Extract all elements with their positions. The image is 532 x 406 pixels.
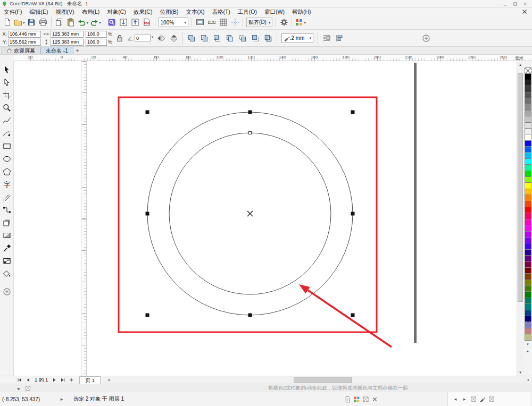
scale-x-field[interactable]: [86, 31, 107, 38]
object-height-field[interactable]: [51, 39, 84, 46]
scrollbar-track[interactable]: [517, 68, 523, 369]
lock-ratio-button[interactable]: [114, 33, 125, 44]
red-rectangle[interactable]: [119, 97, 377, 332]
close-x-icon[interactable]: [371, 396, 378, 403]
menu-item[interactable]: 位图(B): [156, 8, 182, 15]
color-eyedropper-tool[interactable]: [1, 242, 13, 255]
chevron-down-icon[interactable]: ▾: [185, 21, 187, 24]
show-grid-button[interactable]: [218, 16, 229, 28]
snap-to-combo[interactable]: 贴齐(D)▾: [246, 18, 272, 27]
scrollbar-track[interactable]: [112, 376, 525, 384]
connector-tool[interactable]: [1, 204, 13, 216]
zoom-level-input[interactable]: [161, 19, 184, 26]
zoom-tool[interactable]: [1, 102, 13, 114]
chevron-down-icon[interactable]: ▾: [269, 21, 271, 24]
drop-shadow-tool[interactable]: [1, 216, 13, 229]
crop-tool[interactable]: [1, 89, 13, 102]
scroll-right-icon[interactable]: ▸: [525, 378, 532, 382]
menu-item[interactable]: 帮助(H): [288, 8, 315, 15]
scale-y-field[interactable]: [86, 39, 107, 46]
polygon-tool[interactable]: [1, 165, 13, 178]
weld-button[interactable]: [186, 33, 197, 44]
menu-item[interactable]: 视图(V): [52, 8, 78, 15]
wrap-text-button[interactable]: [321, 33, 332, 44]
status-expand-icon[interactable]: ▸: [57, 395, 66, 403]
ellipse-tool[interactable]: [1, 153, 13, 165]
vertical-scrollbar[interactable]: ▴ ▾: [517, 61, 523, 376]
create-boundary-button[interactable]: [263, 33, 273, 44]
show-rulers-button[interactable]: [206, 16, 217, 28]
show-guidelines-button[interactable]: [229, 16, 240, 28]
document-properties-icon[interactable]: [344, 396, 351, 403]
chevron-down-icon[interactable]: ▾: [23, 21, 25, 24]
undo-button[interactable]: ▾: [77, 16, 89, 28]
chevron-down-icon[interactable]: ▾: [87, 21, 89, 24]
application-launcher-button[interactable]: ▾: [294, 16, 306, 28]
copy-button[interactable]: [54, 16, 65, 28]
parallel-dimension-tool[interactable]: [1, 191, 13, 204]
text-tool[interactable]: 字: [1, 178, 13, 191]
rectangle-tool[interactable]: [1, 140, 13, 153]
color-swatch[interactable]: [525, 334, 531, 340]
x-position-field[interactable]: [8, 31, 41, 38]
scroll-down-icon[interactable]: ▾: [517, 369, 523, 376]
menu-item[interactable]: 布局(L): [78, 8, 103, 15]
minimize-button[interactable]: [500, 1, 510, 7]
scrollbar-thumb[interactable]: [518, 73, 523, 302]
object-width-field[interactable]: [51, 31, 84, 38]
canvas[interactable]: [14, 61, 517, 376]
color-settings-icon[interactable]: [353, 396, 360, 403]
mirror-horizontal-button[interactable]: [156, 33, 167, 44]
page-tab[interactable]: 页 1: [79, 376, 100, 384]
rotation-angle-field[interactable]: [135, 35, 151, 41]
customize-propbar-button[interactable]: [421, 33, 431, 44]
outline-width-input[interactable]: [290, 35, 309, 42]
mirror-vertical-button[interactable]: [169, 33, 179, 44]
chevron-down-icon[interactable]: ▾: [310, 36, 312, 40]
simplify-button[interactable]: [225, 33, 235, 44]
y-position-field[interactable]: [8, 39, 41, 46]
close-document-icon[interactable]: [520, 7, 529, 16]
smart-fill-tool[interactable]: [1, 267, 13, 280]
align-button[interactable]: [334, 33, 345, 44]
freehand-tool[interactable]: [1, 114, 13, 127]
chevron-down-icon[interactable]: ▾: [99, 21, 101, 24]
horizontal-scrollbar[interactable]: ◂ ▸: [105, 376, 532, 384]
open-folder-button[interactable]: ▾: [13, 16, 26, 28]
transparency-tool[interactable]: [1, 229, 13, 242]
print-button[interactable]: [38, 16, 49, 28]
menu-item[interactable]: 效果(C): [130, 8, 156, 15]
close-button[interactable]: [520, 1, 530, 7]
menu-item[interactable]: 窗口(W): [261, 8, 288, 15]
fullscreen-preview-button[interactable]: [194, 16, 205, 28]
last-page-button[interactable]: [59, 377, 66, 383]
new-document-tab-button[interactable]: +: [73, 47, 81, 54]
first-page-button[interactable]: [16, 377, 23, 383]
menu-item[interactable]: 对象(C): [103, 8, 130, 15]
scroll-left-icon[interactable]: ◂: [105, 378, 112, 382]
back-minus-front-button[interactable]: [250, 33, 261, 44]
curve-node[interactable]: [249, 132, 252, 134]
tab-untitled-document[interactable]: 未命名 -1: [40, 47, 73, 54]
scrollbar-thumb[interactable]: [294, 377, 352, 383]
export-button[interactable]: [130, 16, 141, 28]
tab-welcome-screen[interactable]: 欢迎屏幕: [1, 47, 40, 54]
panel-left-icon[interactable]: ◂: [452, 396, 459, 402]
maximize-button[interactable]: [510, 1, 520, 7]
palette-scroll-down-icon[interactable]: ▾: [527, 342, 529, 348]
menu-item[interactable]: 文本(X): [182, 8, 208, 15]
prev-page-button[interactable]: [24, 377, 32, 383]
interactive-fill-tool[interactable]: [1, 255, 13, 267]
import-button[interactable]: [118, 16, 129, 28]
palette-expand-icon[interactable]: ▸: [527, 349, 529, 354]
menu-item[interactable]: 编辑(E): [26, 8, 52, 15]
chevron-down-icon[interactable]: ▾: [304, 21, 306, 24]
publish-pdf-button[interactable]: PDF: [142, 16, 153, 28]
redo-button[interactable]: ▾: [89, 16, 102, 28]
add-page-button[interactable]: [68, 377, 75, 383]
intersect-button[interactable]: [212, 33, 222, 44]
menu-item[interactable]: 表格(T): [208, 8, 234, 15]
add-tool-button[interactable]: [1, 285, 13, 298]
save-button[interactable]: [26, 16, 37, 28]
horizontal-ruler[interactable]: 毫米 2002040608010012014016018020022024026…: [0, 55, 532, 61]
